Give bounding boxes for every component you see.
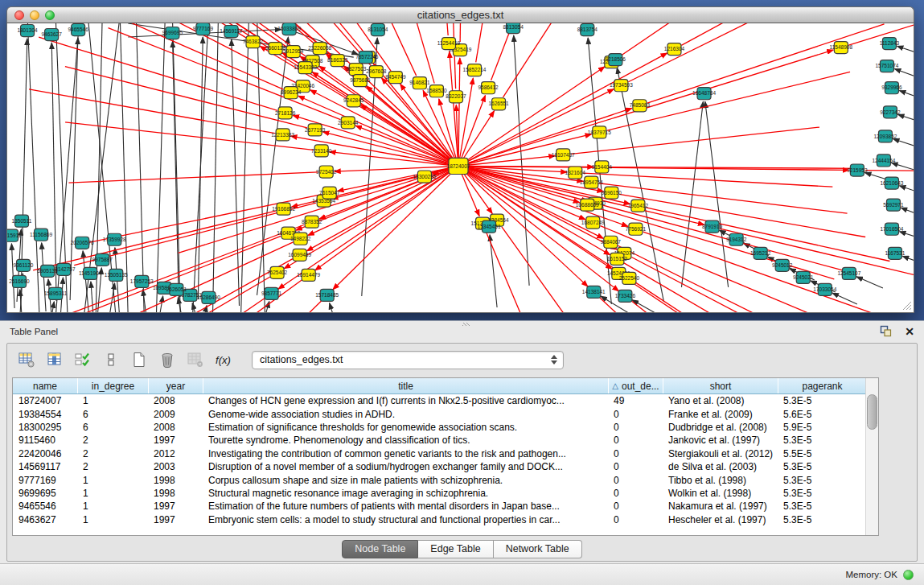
graph-node[interactable]: 9827503: [346, 64, 367, 76]
column-header-out_de[interactable]: △out_de...: [608, 378, 663, 393]
table-cell[interactable]: Corpus callosum shape and size in male p…: [203, 475, 608, 486]
graph-edge[interactable]: [91, 282, 93, 312]
graph-node[interactable]: 9361120: [14, 259, 34, 271]
graph-node[interactable]: 13505135: [105, 269, 128, 281]
graph-node[interactable]: 1112843: [880, 38, 900, 50]
graph-node[interactable]: 11156869: [30, 229, 52, 241]
graph-node[interactable]: 1321604: [565, 167, 586, 179]
table-row[interactable]: 1456911722003Disruption of a novel membe…: [13, 460, 865, 473]
graph-edge[interactable]: [720, 229, 914, 286]
table-cell[interactable]: Structural magnetic resonance image aver…: [203, 488, 608, 499]
table-cell[interactable]: 2008: [148, 395, 203, 406]
table-cell[interactable]: 5.3E-5: [778, 501, 865, 512]
graph-node[interactable]: 3915911: [7, 229, 22, 241]
table-row[interactable]: 977716911998Corpus callosum shape and si…: [13, 473, 865, 486]
graph-edge[interactable]: [899, 232, 914, 241]
table-cell[interactable]: 6: [77, 422, 148, 433]
network-window-titlebar[interactable]: citations_edges.txt: [6, 6, 914, 23]
graph-edge[interactable]: [705, 101, 729, 287]
close-panel-icon[interactable]: ✕: [905, 326, 914, 337]
table-cell[interactable]: 0: [608, 448, 663, 459]
graph-edge[interactable]: [595, 208, 834, 279]
scrollbar-thumb[interactable]: [867, 394, 877, 430]
graph-node[interactable]: 7756921: [626, 223, 647, 235]
table-cell[interactable]: 5.5E-5: [778, 448, 865, 459]
graph-node[interactable]: 1167531: [885, 247, 906, 259]
table-cell[interactable]: 5.3E-5: [778, 461, 865, 472]
graph-edge[interactable]: [32, 23, 246, 38]
graph-node[interactable]: 1695212: [750, 247, 771, 259]
graph-edge[interactable]: [330, 303, 334, 312]
graph-edge[interactable]: [832, 293, 857, 304]
table-cell[interactable]: 6: [77, 409, 148, 420]
table-cell[interactable]: 22420046: [13, 448, 77, 459]
network-table-select[interactable]: citations_edges.txt: [252, 351, 564, 369]
table-cell[interactable]: 5.3E-5: [778, 475, 865, 486]
column-header-year[interactable]: year: [148, 378, 203, 393]
graph-node[interactable]: 9465546: [68, 24, 89, 36]
table-cell[interactable]: 1998: [148, 475, 203, 486]
graph-node[interactable]: 18724007: [447, 158, 470, 174]
table-cell[interactable]: Disruption of a novel member of a sodium…: [203, 461, 608, 472]
table-cell[interactable]: 0: [608, 461, 663, 472]
table-row[interactable]: 1938455462009Genome-wide association stu…: [13, 407, 865, 420]
table-cell[interactable]: 2012: [148, 448, 203, 459]
graph-node[interactable]: 1626551: [488, 98, 509, 110]
new-table-icon[interactable]: [128, 349, 150, 371]
graph-node[interactable]: 9329966: [881, 82, 902, 94]
graph-node[interactable]: 9215953: [847, 164, 868, 176]
graph-node[interactable]: 9699695: [162, 27, 183, 39]
table-cell[interactable]: 1: [77, 501, 148, 512]
table-cell[interactable]: 1997: [148, 514, 203, 525]
table-cell[interactable]: 9115460: [13, 435, 77, 446]
graph-edge[interactable]: [631, 301, 828, 312]
graph-node[interactable]: 9227342: [880, 106, 901, 118]
graph-node[interactable]: 11548908: [830, 42, 853, 54]
table-row[interactable]: 946554611997Estimation of the future num…: [13, 500, 865, 513]
graph-node[interactable]: 5912954: [283, 46, 304, 58]
tab-node-table[interactable]: Node Table: [342, 540, 418, 558]
table-cell[interactable]: de Silva et al. (2003): [663, 461, 778, 472]
table-cell[interactable]: 9463627: [13, 514, 77, 525]
graph-edge[interactable]: [51, 302, 54, 312]
table-cell[interactable]: 5.3E-5: [778, 395, 865, 406]
table-cell[interactable]: 9465546: [13, 501, 77, 512]
table-cell[interactable]: 1997: [148, 501, 203, 512]
graph-node[interactable]: 1498222: [290, 233, 311, 245]
graph-node[interactable]: 2677193: [305, 124, 326, 136]
graph-node[interactable]: 9696150: [602, 187, 622, 199]
graph-edge[interactable]: [490, 235, 497, 307]
table-cell[interactable]: 5.3E-5: [778, 514, 865, 525]
graph-edge[interactable]: [458, 134, 592, 167]
graph-edge[interactable]: [460, 23, 463, 42]
graph-edge[interactable]: [29, 89, 275, 134]
column-header-title[interactable]: title: [203, 378, 608, 393]
table-row[interactable]: 1872400712008Changes of HCN gene express…: [13, 394, 865, 407]
table-cell[interactable]: 0: [608, 488, 663, 499]
table-cell[interactable]: 9777169: [13, 475, 77, 486]
table-cell[interactable]: Investigating the contribution of common…: [203, 448, 608, 459]
function-builder-icon[interactable]: f(x): [212, 349, 234, 371]
graph-edge[interactable]: [159, 296, 162, 312]
table-cell[interactable]: Estimation of the future numbers of pati…: [203, 501, 608, 512]
table-cell[interactable]: 1: [77, 395, 148, 406]
table-mode-icon[interactable]: [15, 349, 37, 371]
graph-node[interactable]: 14569117: [220, 26, 243, 38]
graph-edge[interactable]: [901, 208, 914, 217]
graph-node[interactable]: 16107437: [552, 149, 575, 161]
graph-edge[interactable]: [897, 46, 914, 55]
float-panel-icon[interactable]: [880, 325, 892, 337]
graph-node[interactable]: 1588520: [426, 85, 447, 97]
graph-node[interactable]: 8131054: [368, 24, 388, 36]
graph-edge[interactable]: [333, 166, 458, 289]
table-cell[interactable]: Yano et al. (2008): [663, 395, 778, 406]
graph-edge[interactable]: [21, 39, 27, 297]
graph-node[interactable]: 12213383: [271, 129, 294, 141]
rows-icon[interactable]: [100, 349, 121, 371]
graph-edge[interactable]: [628, 23, 852, 82]
table-cell[interactable]: Hescheler et al. (1997): [663, 514, 778, 525]
graph-node[interactable]: 2903144: [338, 117, 359, 129]
table-cell[interactable]: 2008: [148, 422, 203, 433]
graph-edge[interactable]: [899, 91, 914, 101]
graph-edge[interactable]: [458, 89, 614, 167]
